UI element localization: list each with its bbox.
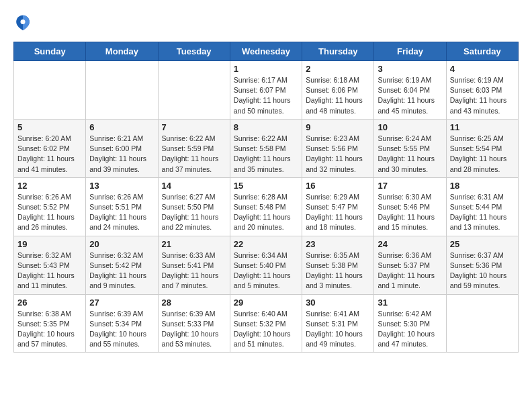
- day-info: Sunrise: 6:37 AM Sunset: 5:36 PM Dayligh…: [450, 250, 515, 291]
- day-info: Sunrise: 6:31 AM Sunset: 5:44 PM Dayligh…: [450, 192, 515, 233]
- day-info: Sunrise: 6:27 AM Sunset: 5:50 PM Dayligh…: [162, 192, 226, 233]
- day-info: Sunrise: 6:19 AM Sunset: 6:03 PM Dayligh…: [450, 75, 515, 116]
- day-info: Sunrise: 6:32 AM Sunset: 5:42 PM Dayligh…: [89, 250, 154, 291]
- calendar-day-cell: 8Sunrise: 6:22 AM Sunset: 5:58 PM Daylig…: [230, 119, 302, 177]
- day-number: 4: [450, 64, 515, 74]
- day-info: Sunrise: 6:35 AM Sunset: 5:38 PM Dayligh…: [306, 250, 370, 291]
- day-info: Sunrise: 6:23 AM Sunset: 5:56 PM Dayligh…: [306, 134, 370, 175]
- day-number: 20: [89, 239, 154, 249]
- weekday-header-thursday: Thursday: [302, 42, 374, 61]
- day-info: Sunrise: 6:21 AM Sunset: 6:00 PM Dayligh…: [89, 134, 154, 175]
- calendar-week-row: 19Sunrise: 6:32 AM Sunset: 5:43 PM Dayli…: [14, 236, 519, 294]
- day-number: 9: [306, 122, 370, 132]
- day-info: Sunrise: 6:39 AM Sunset: 5:33 PM Dayligh…: [162, 309, 226, 350]
- calendar-week-row: 5Sunrise: 6:20 AM Sunset: 6:02 PM Daylig…: [14, 119, 519, 177]
- day-info: Sunrise: 6:36 AM Sunset: 5:37 PM Dayligh…: [378, 250, 442, 291]
- header: [13, 13, 519, 32]
- day-number: 8: [234, 122, 298, 132]
- page: SundayMondayTuesdayWednesdayThursdayFrid…: [0, 0, 532, 366]
- calendar-day-cell: 4Sunrise: 6:19 AM Sunset: 6:03 PM Daylig…: [446, 61, 518, 120]
- day-info: Sunrise: 6:29 AM Sunset: 5:47 PM Dayligh…: [306, 192, 370, 233]
- day-info: Sunrise: 6:17 AM Sunset: 6:07 PM Dayligh…: [234, 75, 298, 116]
- calendar-day-cell: 26Sunrise: 6:38 AM Sunset: 5:35 PM Dayli…: [14, 294, 86, 353]
- svg-point-0: [21, 19, 26, 24]
- calendar-day-cell: 18Sunrise: 6:31 AM Sunset: 5:44 PM Dayli…: [446, 177, 518, 236]
- day-number: 30: [306, 298, 370, 308]
- day-info: Sunrise: 6:38 AM Sunset: 5:35 PM Dayligh…: [17, 309, 82, 350]
- calendar-day-cell: [446, 294, 518, 353]
- calendar-day-cell: 31Sunrise: 6:42 AM Sunset: 5:30 PM Dayli…: [374, 294, 446, 353]
- day-number: 18: [450, 181, 515, 191]
- day-number: 29: [234, 298, 298, 308]
- calendar-day-cell: [14, 61, 86, 120]
- weekday-header-friday: Friday: [374, 42, 446, 61]
- weekday-header-saturday: Saturday: [446, 42, 518, 61]
- calendar-day-cell: 20Sunrise: 6:32 AM Sunset: 5:42 PM Dayli…: [86, 236, 158, 294]
- calendar-day-cell: 5Sunrise: 6:20 AM Sunset: 6:02 PM Daylig…: [14, 119, 86, 177]
- calendar-day-cell: 10Sunrise: 6:24 AM Sunset: 5:55 PM Dayli…: [374, 119, 446, 177]
- day-number: 24: [378, 239, 442, 249]
- calendar-day-cell: 7Sunrise: 6:22 AM Sunset: 5:59 PM Daylig…: [158, 119, 230, 177]
- day-number: 22: [234, 239, 298, 249]
- day-number: 23: [306, 239, 370, 249]
- weekday-header-tuesday: Tuesday: [158, 42, 230, 61]
- day-number: 26: [17, 298, 82, 308]
- calendar-day-cell: 11Sunrise: 6:25 AM Sunset: 5:54 PM Dayli…: [446, 119, 518, 177]
- day-info: Sunrise: 6:28 AM Sunset: 5:48 PM Dayligh…: [234, 192, 298, 233]
- day-number: 17: [378, 181, 442, 191]
- calendar-day-cell: 22Sunrise: 6:34 AM Sunset: 5:40 PM Dayli…: [230, 236, 302, 294]
- calendar-day-cell: 12Sunrise: 6:26 AM Sunset: 5:52 PM Dayli…: [14, 177, 86, 236]
- day-number: 19: [17, 239, 82, 249]
- day-number: 15: [234, 181, 298, 191]
- day-info: Sunrise: 6:25 AM Sunset: 5:54 PM Dayligh…: [450, 134, 515, 175]
- day-number: 16: [306, 181, 370, 191]
- calendar-day-cell: 15Sunrise: 6:28 AM Sunset: 5:48 PM Dayli…: [230, 177, 302, 236]
- day-number: 6: [89, 122, 154, 132]
- calendar-day-cell: 27Sunrise: 6:39 AM Sunset: 5:34 PM Dayli…: [86, 294, 158, 353]
- day-info: Sunrise: 6:24 AM Sunset: 5:55 PM Dayligh…: [378, 134, 442, 175]
- calendar-day-cell: 3Sunrise: 6:19 AM Sunset: 6:04 PM Daylig…: [374, 61, 446, 120]
- calendar-day-cell: 16Sunrise: 6:29 AM Sunset: 5:47 PM Dayli…: [302, 177, 374, 236]
- day-number: 7: [162, 122, 226, 132]
- day-info: Sunrise: 6:19 AM Sunset: 6:04 PM Dayligh…: [378, 75, 442, 116]
- day-info: Sunrise: 6:32 AM Sunset: 5:43 PM Dayligh…: [17, 250, 82, 291]
- day-number: 21: [162, 239, 226, 249]
- day-number: 12: [17, 181, 82, 191]
- calendar-day-cell: 17Sunrise: 6:30 AM Sunset: 5:46 PM Dayli…: [374, 177, 446, 236]
- calendar-day-cell: 6Sunrise: 6:21 AM Sunset: 6:00 PM Daylig…: [86, 119, 158, 177]
- day-info: Sunrise: 6:41 AM Sunset: 5:31 PM Dayligh…: [306, 309, 370, 350]
- calendar-day-cell: 19Sunrise: 6:32 AM Sunset: 5:43 PM Dayli…: [14, 236, 86, 294]
- day-info: Sunrise: 6:22 AM Sunset: 5:59 PM Dayligh…: [162, 134, 226, 175]
- calendar-week-row: 1Sunrise: 6:17 AM Sunset: 6:07 PM Daylig…: [14, 61, 519, 120]
- day-info: Sunrise: 6:22 AM Sunset: 5:58 PM Dayligh…: [234, 134, 298, 175]
- day-number: 25: [450, 239, 515, 249]
- day-number: 27: [89, 298, 154, 308]
- logo-icon: [13, 13, 32, 32]
- calendar-day-cell: 24Sunrise: 6:36 AM Sunset: 5:37 PM Dayli…: [374, 236, 446, 294]
- calendar-day-cell: 25Sunrise: 6:37 AM Sunset: 5:36 PM Dayli…: [446, 236, 518, 294]
- day-info: Sunrise: 6:34 AM Sunset: 5:40 PM Dayligh…: [234, 250, 298, 291]
- calendar-day-cell: 29Sunrise: 6:40 AM Sunset: 5:32 PM Dayli…: [230, 294, 302, 353]
- day-number: 13: [89, 181, 154, 191]
- day-number: 10: [378, 122, 442, 132]
- day-info: Sunrise: 6:42 AM Sunset: 5:30 PM Dayligh…: [378, 309, 442, 350]
- calendar-day-cell: 2Sunrise: 6:18 AM Sunset: 6:06 PM Daylig…: [302, 61, 374, 120]
- day-info: Sunrise: 6:18 AM Sunset: 6:06 PM Dayligh…: [306, 75, 370, 116]
- weekday-header-sunday: Sunday: [14, 42, 86, 61]
- calendar-day-cell: [86, 61, 158, 120]
- calendar-table: SundayMondayTuesdayWednesdayThursdayFrid…: [13, 42, 519, 353]
- weekday-header-wednesday: Wednesday: [230, 42, 302, 61]
- calendar-day-cell: 9Sunrise: 6:23 AM Sunset: 5:56 PM Daylig…: [302, 119, 374, 177]
- calendar-day-cell: 14Sunrise: 6:27 AM Sunset: 5:50 PM Dayli…: [158, 177, 230, 236]
- day-number: 5: [17, 122, 82, 132]
- day-number: 2: [306, 64, 370, 74]
- weekday-header-monday: Monday: [86, 42, 158, 61]
- weekday-header-row: SundayMondayTuesdayWednesdayThursdayFrid…: [14, 42, 519, 61]
- day-info: Sunrise: 6:26 AM Sunset: 5:51 PM Dayligh…: [89, 192, 154, 233]
- day-info: Sunrise: 6:20 AM Sunset: 6:02 PM Dayligh…: [17, 134, 82, 175]
- day-info: Sunrise: 6:30 AM Sunset: 5:46 PM Dayligh…: [378, 192, 442, 233]
- day-number: 3: [378, 64, 442, 74]
- calendar-day-cell: 28Sunrise: 6:39 AM Sunset: 5:33 PM Dayli…: [158, 294, 230, 353]
- day-number: 14: [162, 181, 226, 191]
- day-info: Sunrise: 6:33 AM Sunset: 5:41 PM Dayligh…: [162, 250, 226, 291]
